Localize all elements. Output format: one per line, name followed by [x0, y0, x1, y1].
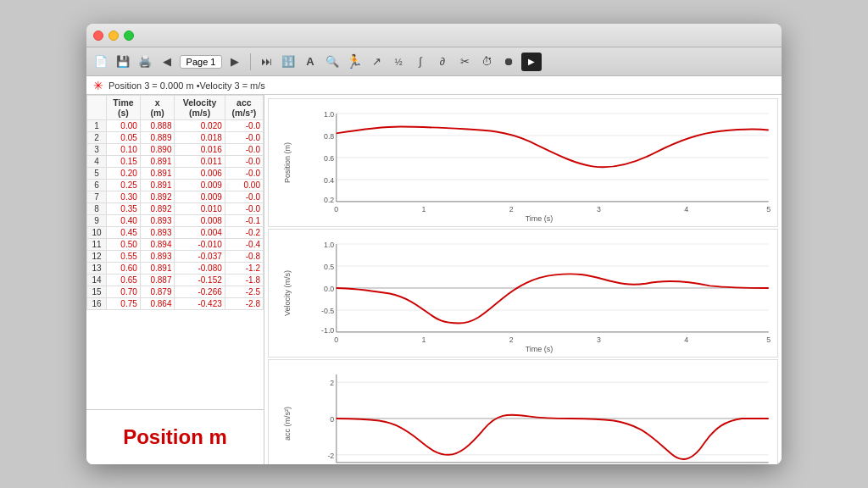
status-bar: ✳ Position 3 = 0.000 m •Velocity 3 = m/s	[86, 76, 782, 95]
svg-text:0.5: 0.5	[324, 263, 334, 271]
velocity-chart: 1.0 0.5 0.0 -0.5 -1.0 0 1 2 3 4	[304, 233, 774, 343]
save-icon[interactable]: 💾	[114, 53, 132, 71]
back-icon[interactable]: ◀	[158, 53, 176, 71]
svg-text:2: 2	[509, 204, 514, 212]
table-cell: 9	[87, 215, 107, 227]
table-cell: 10	[87, 227, 107, 239]
svg-text:3: 3	[597, 335, 601, 342]
position-y-label: Position (m)	[270, 103, 304, 223]
close-button[interactable]	[93, 30, 103, 41]
table-cell: 0.009	[175, 191, 225, 203]
table-cell: 5	[87, 168, 107, 180]
table-row: 20.050.8890.018-0.0	[87, 132, 264, 144]
svg-text:5: 5	[766, 204, 771, 212]
svg-text:1.0: 1.0	[324, 241, 334, 249]
table-row: 10.000.8880.020-0.0	[87, 120, 264, 132]
run-icon[interactable]: 🏃	[345, 53, 364, 71]
table-cell: 0.892	[140, 191, 175, 203]
zoom-icon[interactable]: 🔍	[323, 53, 342, 71]
svg-text:-0.5: -0.5	[321, 307, 334, 315]
svg-text:-2: -2	[327, 451, 334, 459]
maximize-button[interactable]	[124, 30, 134, 41]
calculator-icon[interactable]: 🔢	[279, 53, 298, 71]
svg-text:0.8: 0.8	[324, 132, 334, 141]
title-bar	[86, 24, 782, 47]
svg-text:4: 4	[684, 335, 688, 342]
traffic-lights	[93, 30, 134, 41]
svg-text:0: 0	[330, 415, 334, 424]
table-cell: 0.892	[140, 203, 175, 215]
table-cell: 0.15	[107, 156, 141, 168]
table-cell: 8	[87, 203, 107, 215]
table-cell: 0.864	[140, 298, 175, 310]
table-cell: 0.891	[140, 180, 175, 191]
table-row: 70.300.8920.009-0.0	[87, 191, 264, 203]
scissors-icon[interactable]: ✂	[455, 53, 474, 71]
new-file-icon[interactable]: 📄	[92, 53, 110, 71]
svg-text:3: 3	[597, 204, 601, 212]
table-cell: 0.60	[107, 263, 141, 274]
table-cell: 2	[87, 132, 107, 144]
table-cell: -0.152	[175, 274, 225, 286]
integral-icon[interactable]: ∫	[411, 53, 430, 71]
table-cell: 16	[87, 298, 107, 310]
text-icon[interactable]: A	[301, 53, 320, 71]
table-cell: -0.4	[225, 239, 263, 251]
minimize-button[interactable]	[108, 30, 119, 41]
table-cell: 0.006	[175, 168, 225, 180]
table-cell: -0.2	[225, 227, 263, 239]
skip-end-icon[interactable]: ⏭	[257, 53, 275, 71]
table-cell: 0.009	[175, 180, 225, 191]
separator-1	[250, 53, 251, 70]
curve-fit-icon[interactable]: ↗	[367, 53, 386, 71]
status-icon: ✳	[93, 79, 103, 92]
table-cell: 0.016	[175, 144, 225, 156]
svg-text:0: 0	[334, 335, 338, 342]
table-row: 110.500.894-0.010-0.4	[87, 239, 264, 251]
table-cell: 0.004	[175, 227, 225, 239]
velocity-x-label: Time (s)	[304, 345, 774, 353]
data-table-element: Time(s) x(m) Velocity(m/s) acc(m/s²) 10.…	[86, 95, 264, 310]
table-cell: 0.893	[140, 215, 175, 227]
position-x-label: Time (s)	[304, 214, 774, 223]
derivative-icon[interactable]: ∂	[433, 53, 452, 71]
print-icon[interactable]: 🖨️	[136, 53, 154, 71]
table-row: 60.250.8910.0090.00	[87, 180, 264, 191]
acceleration-chart: 2 0 -2 0 1 2 3 4 5	[304, 363, 774, 464]
table-cell: 0.05	[107, 132, 141, 144]
half-icon[interactable]: ½	[389, 53, 408, 71]
acceleration-chart-container: acc (m/s²)	[268, 359, 778, 464]
table-cell: 0.10	[107, 144, 141, 156]
col-header-index	[87, 96, 107, 120]
timer-icon[interactable]: ⏱	[477, 53, 496, 71]
table-row: 120.550.893-0.037-0.8	[87, 251, 264, 263]
play-button[interactable]: ▶	[521, 53, 542, 71]
svg-text:-1.0: -1.0	[321, 326, 334, 335]
data-table: Time(s) x(m) Velocity(m/s) acc(m/s²) 10.…	[86, 95, 264, 409]
table-cell: 0.891	[140, 156, 175, 168]
table-cell: 0.50	[107, 239, 141, 251]
velocity-y-label: Velocity (m/s)	[270, 233, 304, 353]
svg-text:5: 5	[766, 335, 771, 342]
table-cell: -0.423	[175, 298, 225, 310]
table-row: 160.750.864-0.423-2.8	[87, 298, 264, 310]
table-cell: -0.8	[225, 251, 263, 263]
table-row: 80.350.8920.010-0.0	[87, 203, 264, 215]
table-cell: -1.8	[225, 274, 263, 286]
velocity-chart-container: Velocity (m/s)	[268, 229, 778, 358]
table-cell: -1.2	[225, 263, 263, 274]
svg-text:2: 2	[330, 379, 334, 387]
table-cell: 0.65	[107, 274, 141, 286]
record-icon[interactable]: ⏺	[499, 53, 518, 71]
svg-text:0.0: 0.0	[324, 285, 334, 293]
table-cell: 0.30	[107, 191, 141, 203]
table-cell: 0.018	[175, 132, 225, 144]
svg-text:1: 1	[422, 335, 426, 342]
position-chart: 1.0 0.8 0.6 0.4 0.2 0 1 2 3 4	[304, 103, 774, 213]
table-cell: 0.55	[107, 251, 141, 263]
table-row: 50.200.8910.006-0.0	[87, 168, 264, 180]
left-panel: Time(s) x(m) Velocity(m/s) acc(m/s²) 10.…	[86, 95, 264, 464]
page-input[interactable]: Page 1	[180, 55, 222, 69]
table-cell: -0.0	[225, 203, 263, 215]
forward-icon[interactable]: ▶	[225, 53, 244, 71]
